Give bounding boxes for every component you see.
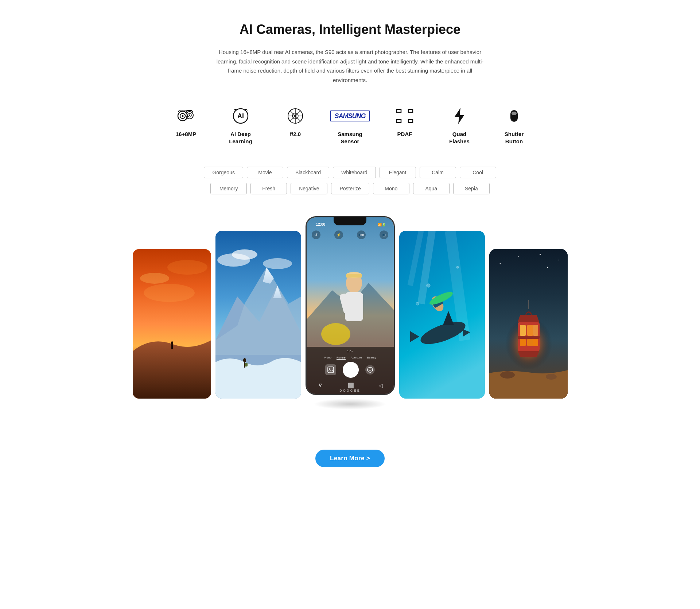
svg-point-44: [321, 323, 350, 345]
tab-video[interactable]: Video: [324, 356, 331, 360]
filter-gorgeous[interactable]: Gorgeous: [204, 167, 243, 178]
filter-mono[interactable]: Mono: [373, 183, 409, 194]
svg-marker-19: [455, 108, 464, 124]
svg-rect-68: [518, 336, 540, 339]
back-nav[interactable]: ⛛: [318, 382, 323, 389]
phone-top-icons: ↺ ⚡ HDR ⊞: [307, 230, 394, 239]
phone-nav-bar: ⛛ ⬜ ◁: [307, 380, 394, 389]
ai-camera-icon[interactable]: [365, 365, 375, 375]
filter-negative[interactable]: Negative: [291, 183, 327, 194]
aperture-icon: [287, 106, 304, 125]
svg-point-58: [427, 284, 430, 287]
camera-tabs: Video Picture Aperture Beauty: [324, 356, 376, 360]
svg-rect-15: [397, 109, 401, 112]
svg-rect-53: [399, 231, 485, 399]
learn-more-section: Learn More >: [0, 428, 700, 496]
samsung-icon: SAMSUNG: [330, 106, 370, 125]
feature-megapixel: 16+8MP: [159, 106, 213, 138]
filter-calm[interactable]: Calm: [420, 167, 456, 178]
phone-brand-label: DOOGEE: [339, 389, 361, 392]
svg-point-59: [456, 266, 459, 268]
shutter-icon: [510, 106, 518, 125]
svg-rect-24: [171, 345, 173, 349]
svg-point-73: [546, 374, 557, 380]
camera-ui: 1.0× Video Picture Aperture Beauty: [307, 347, 394, 394]
svg-point-2: [182, 115, 184, 117]
tab-picture[interactable]: Picture: [337, 356, 346, 360]
features-row: 16+8MP AI AI DeepLearning: [139, 106, 561, 145]
svg-point-77: [558, 260, 559, 260]
camera-flash-icon[interactable]: ⚡: [334, 230, 343, 239]
photo-desert: [133, 249, 211, 399]
filter-aqua[interactable]: Aqua: [413, 183, 450, 194]
gallery-thumb[interactable]: [325, 364, 336, 375]
filter-posterize[interactable]: Posterize: [331, 183, 369, 194]
feature-ai: AI AI DeepLearning: [213, 106, 268, 145]
phone-battery: 📶🔋: [378, 223, 389, 226]
svg-point-29: [243, 358, 246, 362]
shutter-label: ShutterButton: [505, 131, 524, 145]
photo-mountain: [215, 231, 301, 399]
filter-section: Gorgeous Movie Blackboard Whiteboard Ele…: [139, 167, 561, 194]
aperture-label: f/2.0: [290, 131, 301, 138]
filter-sepia[interactable]: Sepia: [453, 183, 490, 194]
phone-time: 12:00: [311, 222, 326, 226]
flash-icon: [452, 106, 466, 125]
filter-cool[interactable]: Cool: [460, 167, 496, 178]
megapixel-label: 16+8MP: [176, 131, 196, 138]
recents-nav[interactable]: ◁: [379, 383, 383, 388]
svg-rect-71: [533, 339, 538, 346]
home-nav[interactable]: ⬜: [348, 383, 354, 388]
svg-rect-70: [527, 339, 533, 346]
svg-point-14: [294, 115, 296, 117]
feature-samsung: SAMSUNG SamsungSensor: [323, 106, 377, 145]
svg-rect-38: [346, 274, 362, 278]
svg-point-47: [368, 367, 373, 372]
filter-movie[interactable]: Movie: [247, 167, 283, 178]
filter-blackboard[interactable]: Blackboard: [287, 167, 329, 178]
photo-lantern: [489, 249, 568, 399]
camera-dual-icon: [176, 106, 195, 125]
filter-memory[interactable]: Memory: [210, 183, 247, 194]
learn-more-button[interactable]: Learn More >: [315, 450, 385, 467]
svg-rect-17: [397, 120, 401, 123]
camera-settings-icon[interactable]: ⊞: [380, 230, 388, 239]
svg-point-5: [189, 115, 190, 116]
phone-mockup-center: 12:00 📶🔋 ↺ ⚡ HDR ⊞ 1.0× Video: [306, 216, 395, 399]
phone-screen: 12:00 📶🔋 ↺ ⚡ HDR ⊞ 1.0× Video: [307, 217, 394, 394]
page-title: AI Cameras, Intelligent Masterpiece: [139, 22, 561, 37]
flash-label: QuadFlashes: [449, 131, 470, 145]
svg-point-76: [547, 267, 548, 268]
svg-rect-67: [533, 325, 538, 336]
photo-underwater: [399, 231, 485, 399]
camera-shutter-button[interactable]: [343, 362, 359, 378]
svg-point-26: [167, 260, 207, 275]
samsung-logo-text: SAMSUNG: [330, 110, 370, 121]
filter-elegant[interactable]: Elegant: [380, 167, 416, 178]
filter-row-1: Gorgeous Movie Blackboard Whiteboard Ele…: [204, 167, 496, 178]
svg-rect-65: [520, 325, 526, 336]
svg-rect-18: [408, 120, 413, 123]
svg-rect-21: [512, 112, 517, 115]
camera-controls: [325, 362, 375, 378]
svg-rect-66: [527, 325, 533, 336]
feature-flash: QuadFlashes: [432, 106, 487, 145]
photo-gallery: 12:00 📶🔋 ↺ ⚡ HDR ⊞ 1.0× Video: [0, 216, 700, 428]
feature-pdaf: PDAF: [377, 106, 432, 138]
svg-point-25: [140, 273, 169, 284]
svg-point-75: [518, 256, 519, 257]
tab-aperture[interactable]: Aperture: [351, 356, 362, 360]
svg-text:AI: AI: [237, 112, 244, 120]
svg-point-46: [329, 368, 330, 369]
svg-rect-31: [245, 363, 248, 366]
camera-rotate-icon[interactable]: ↺: [312, 230, 320, 239]
feature-aperture: f/2.0: [268, 106, 323, 138]
filter-fresh[interactable]: Fresh: [250, 183, 287, 194]
camera-hdr-icon[interactable]: HDR: [357, 230, 366, 239]
svg-rect-69: [520, 339, 526, 346]
tab-beauty[interactable]: Beauty: [367, 356, 376, 360]
filter-whiteboard[interactable]: Whiteboard: [333, 167, 376, 178]
filter-row-2: Memory Fresh Negative Posterize Mono Aqu…: [210, 183, 490, 194]
phone-status-bar: 12:00 📶🔋: [307, 220, 394, 226]
svg-rect-16: [408, 109, 413, 112]
